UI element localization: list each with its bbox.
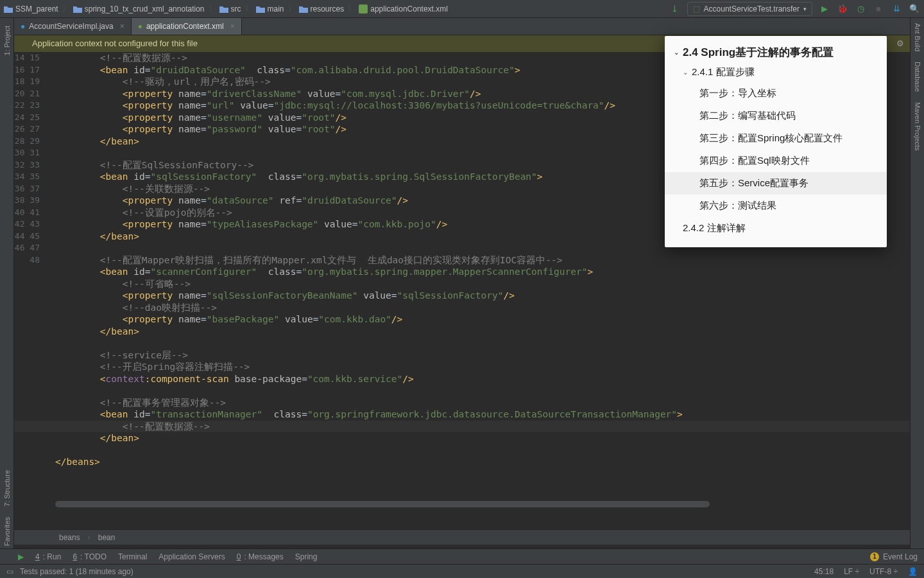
outline-item[interactable]: 第一步：导入坐标 [665, 82, 887, 105]
inspector-icon[interactable]: 👤 [908, 567, 918, 576]
run-config-icon: ⬚ [693, 4, 700, 13]
build-icon[interactable]: ⤓ [669, 3, 681, 15]
close-icon[interactable]: × [230, 22, 235, 31]
toolbar-right: ⤓ ⬚ AccountServiceTest.transfer ▾ ▶ 🐞 ◷ … [669, 2, 920, 16]
breadcrumb-item[interactable]: spring_10_tx_crud_xml_annotation [73, 4, 205, 13]
breadcrumb-item[interactable]: SSM_parent [4, 4, 58, 13]
chevron-right-icon: › [88, 533, 90, 542]
caret-position[interactable]: 45:18 [814, 567, 834, 576]
scrollbar-thumb[interactable] [55, 501, 710, 507]
breadcrumb-item[interactable]: src [219, 4, 241, 13]
status-icon[interactable]: ▭ [6, 567, 13, 576]
horizontal-scrollbar[interactable] [55, 501, 894, 507]
tab-label: AccountServiceImpl.java [29, 22, 113, 31]
editor-tab[interactable]: ●applicationContext.xml× [132, 18, 242, 35]
chevron-down-icon: ⌄ [674, 49, 679, 56]
line-separator[interactable]: LF ÷ [844, 567, 859, 576]
outline-popup: ⌄ 2.4 Spring基于注解的事务配置 ⌄ 2.4.1 配置步骤 第一步：导… [665, 36, 887, 247]
breadcrumb-item[interactable]: main [256, 4, 284, 13]
event-count-badge: 1 [870, 552, 879, 561]
breadcrumb-item[interactable]: applicationContext.xml [359, 4, 448, 13]
chevron-down-icon: ⌄ [683, 69, 688, 76]
bottom-tool-tab[interactable]: Spring [295, 552, 318, 561]
status-bar: ▭ Tests passed: 1 (18 minutes ago) 45:18… [0, 564, 924, 578]
tool-tab[interactable]: 7: Structure [3, 465, 11, 512]
bottom-tool-tab[interactable]: Application Servers [158, 552, 225, 561]
update-icon[interactable]: ⇊ [891, 3, 902, 15]
crumb-bean[interactable]: bean [98, 533, 116, 542]
close-icon[interactable]: × [120, 22, 124, 31]
editor-breadcrumbs[interactable]: beans › bean [14, 529, 910, 545]
line-numbers: 14 15 16 17 18 19 20 21 22 23 24 25 26 2… [14, 52, 45, 266]
search-icon[interactable]: 🔍 [909, 3, 920, 15]
tool-tab[interactable]: Database [914, 57, 921, 97]
breadcrumb-item[interactable]: resources [299, 4, 345, 13]
run-configuration-dropdown[interactable]: ⬚ AccountServiceTest.transfer ▾ [687, 2, 812, 16]
fold-gutter[interactable] [45, 52, 55, 525]
run-config-label: AccountServiceTest.transfer [704, 4, 800, 13]
chevron-down-icon: ▾ [803, 6, 807, 12]
outline-section[interactable]: ⌄ 2.4.1 配置步骤 [665, 62, 887, 82]
outline-title[interactable]: ⌄ 2.4 Spring基于注解的事务配置 [665, 42, 887, 62]
outline-item[interactable]: 第四步：配置Sql映射文件 [665, 150, 887, 172]
bottom-tool-tab[interactable]: 0: Messages [237, 552, 284, 561]
navigation-bar: SSM_parent〉spring_10_tx_crud_xml_annotat… [0, 0, 924, 18]
bottom-tool-tab[interactable]: 4: Run [35, 552, 61, 561]
breadcrumb: SSM_parent〉spring_10_tx_crud_xml_annotat… [4, 4, 669, 13]
debug-icon[interactable]: 🐞 [837, 3, 848, 15]
banner-text: Application context not configured for t… [32, 39, 198, 48]
file-encoding[interactable]: UTF-8 ÷ [869, 567, 898, 576]
xml-file-icon: ● [138, 22, 142, 31]
editor-tab[interactable]: ●AccountServiceImpl.java× [14, 18, 132, 35]
outline-item[interactable]: 第二步：编写基础代码 [665, 105, 887, 127]
tool-tab[interactable]: Maven Projects [914, 97, 921, 156]
tab-label: applicationContext.xml [146, 22, 224, 31]
coverage-icon[interactable]: ◷ [855, 3, 866, 15]
svg-rect-0 [359, 4, 368, 13]
stop-icon[interactable]: ■ [873, 3, 884, 15]
tool-tab[interactable]: Ant Build [914, 18, 921, 57]
status-message: Tests passed: 1 (18 minutes ago) [20, 567, 814, 576]
class-file-icon: ● [21, 22, 25, 31]
bottom-tool-tab[interactable]: 6: TODO [73, 552, 107, 561]
run-icon[interactable]: ▶ [819, 3, 830, 15]
gear-icon[interactable]: ⚙ [894, 38, 906, 49]
outline-section-2[interactable]: 2.4.2 注解详解 [665, 217, 887, 240]
outline-item[interactable]: 第三步：配置Spring核心配置文件 [665, 127, 887, 150]
crumb-beans[interactable]: beans [59, 533, 80, 542]
tool-tab[interactable]: 1: Project [3, 21, 11, 60]
run-icon[interactable]: ▶ [18, 552, 24, 561]
left-tool-gutter: 1: Project7: Structure2: Favorites [0, 18, 14, 559]
tool-window-bar: ▶4: Run6: TODOTerminalApplication Server… [0, 548, 924, 564]
outline-item[interactable]: 第五步：Service配置事务 [665, 172, 887, 195]
right-tool-gutter: Ant BuildDatabaseMaven Projects [910, 18, 924, 559]
bottom-tool-tab[interactable]: Terminal [118, 552, 147, 561]
editor-tabs: ●AccountServiceImpl.java×●applicationCon… [0, 18, 924, 35]
event-log-button[interactable]: 1Event Log [870, 552, 918, 561]
outline-item[interactable]: 第六步：测试结果 [665, 195, 887, 217]
